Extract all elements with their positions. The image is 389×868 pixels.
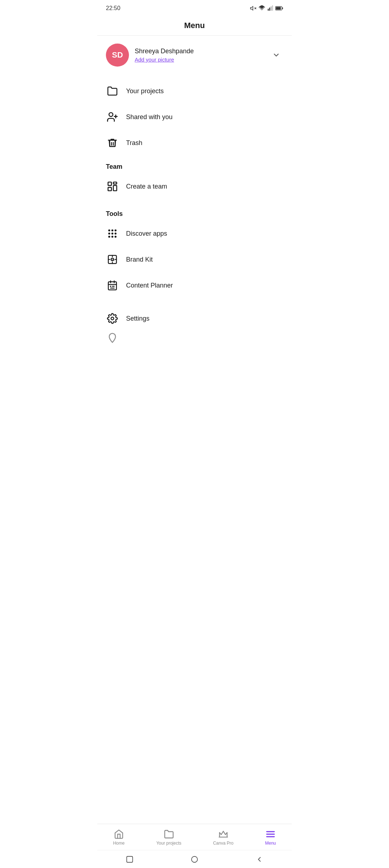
nav-item-canva-pro[interactable]: Canva Pro	[207, 828, 239, 847]
android-home-button[interactable]	[189, 854, 200, 865]
svg-rect-5	[272, 5, 273, 11]
menu-header: Menu	[97, 14, 292, 36]
menu-item-settings[interactable]: Settings	[97, 306, 292, 331]
menu-item-create-team[interactable]: Create a team	[97, 173, 292, 199]
avatar: SD	[106, 44, 129, 67]
svg-text:co.: co.	[111, 258, 115, 261]
team-section-header: Team	[97, 156, 292, 173]
brand-kit-icon: co.	[106, 253, 119, 266]
folder-icon	[106, 85, 119, 98]
svg-rect-2	[268, 9, 269, 10]
svg-point-36	[111, 317, 114, 320]
svg-rect-40	[127, 856, 133, 862]
profile-chevron-icon[interactable]	[269, 48, 283, 62]
android-recent-apps-button[interactable]	[124, 854, 135, 865]
nav-item-menu[interactable]: Menu	[259, 828, 282, 847]
svg-rect-8	[282, 7, 283, 9]
settings-label: Settings	[126, 315, 149, 322]
menu-item-discover-apps[interactable]: Discover apps	[97, 221, 292, 247]
menu-item-trash[interactable]: Trash	[97, 130, 292, 156]
shared-icon	[106, 110, 119, 123]
content-planner-label: Content Planner	[126, 282, 173, 289]
home-nav-label: Home	[113, 841, 125, 846]
create-team-icon	[106, 180, 119, 193]
menu-item-your-projects[interactable]: Your projects	[97, 78, 292, 104]
profile-section[interactable]: SD Shreeya Deshpande Add your picture	[97, 36, 292, 74]
svg-rect-3	[269, 8, 270, 11]
discover-apps-label: Discover apps	[126, 230, 167, 238]
signal-icon	[267, 5, 273, 11]
create-team-label: Create a team	[126, 183, 167, 190]
svg-rect-13	[108, 182, 111, 185]
status-icons	[250, 5, 283, 12]
svg-point-22	[115, 232, 117, 235]
svg-point-17	[108, 230, 111, 232]
svg-point-18	[111, 230, 113, 232]
profile-name: Shreeya Deshpande	[135, 48, 264, 55]
bottom-nav: Home Your projects Canva Pro Menu	[97, 824, 292, 850]
status-time: 22:50	[106, 5, 120, 12]
crown-nav-icon	[218, 829, 228, 839]
wifi-icon	[259, 5, 265, 12]
circle-icon	[191, 855, 198, 863]
svg-point-9	[109, 113, 113, 117]
battery-icon	[275, 6, 283, 11]
mute-icon	[250, 5, 256, 12]
folder-nav-icon	[164, 829, 174, 839]
projects-nav-label: Your projects	[156, 841, 182, 846]
add-picture-link[interactable]: Add your picture	[135, 56, 264, 63]
svg-point-24	[111, 236, 113, 238]
nav-item-home[interactable]: Home	[107, 828, 130, 847]
svg-rect-7	[276, 7, 281, 10]
svg-rect-15	[113, 182, 117, 184]
menu-item-partial[interactable]	[97, 331, 292, 344]
status-bar: 22:50	[97, 0, 292, 14]
content-planner-icon	[106, 279, 119, 292]
svg-point-19	[115, 230, 117, 232]
nav-item-your-projects[interactable]: Your projects	[151, 828, 187, 847]
svg-point-25	[115, 236, 117, 238]
svg-rect-4	[270, 6, 272, 11]
trash-icon	[106, 136, 119, 149]
svg-rect-14	[108, 187, 111, 191]
canva-pro-nav-label: Canva Pro	[213, 841, 233, 846]
menu-nav-label: Menu	[265, 841, 276, 846]
android-nav-bar	[97, 850, 292, 868]
home-nav-icon	[114, 829, 124, 839]
your-projects-label: Your projects	[126, 87, 164, 95]
menu-nav-icon	[265, 829, 276, 839]
svg-point-20	[108, 232, 111, 235]
apps-grid-icon	[106, 227, 119, 240]
square-icon	[126, 855, 134, 863]
settings-icon	[106, 312, 119, 325]
back-triangle-icon	[255, 855, 263, 863]
shared-with-you-label: Shared with you	[126, 113, 173, 121]
menu-item-content-planner[interactable]: Content Planner	[97, 272, 292, 298]
menu-item-shared-with-you[interactable]: Shared with you	[97, 104, 292, 130]
trash-label: Trash	[126, 139, 142, 147]
svg-rect-12	[110, 140, 115, 147]
avatar-initials: SD	[112, 50, 123, 60]
menu-content: SD Shreeya Deshpande Add your picture Yo…	[97, 36, 292, 868]
svg-rect-16	[113, 185, 117, 191]
svg-point-21	[111, 232, 113, 235]
android-back-button[interactable]	[254, 854, 265, 865]
partial-icon	[106, 331, 119, 344]
page-title: Menu	[184, 21, 205, 30]
brand-kit-label: Brand Kit	[126, 256, 153, 263]
tools-section-header: Tools	[97, 203, 292, 221]
menu-item-brand-kit[interactable]: co. Brand Kit	[97, 247, 292, 272]
profile-info: Shreeya Deshpande Add your picture	[135, 48, 264, 63]
svg-point-41	[192, 856, 198, 862]
svg-point-23	[108, 236, 111, 238]
